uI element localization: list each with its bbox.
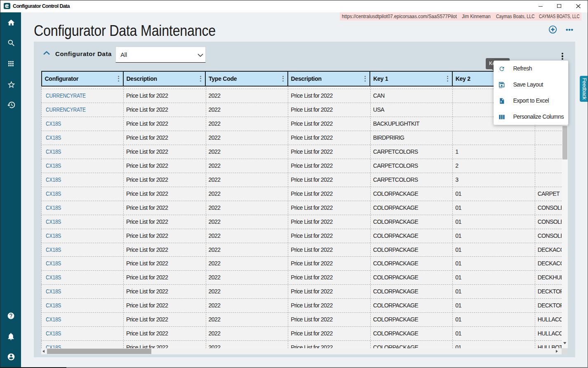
- svg-text:x: x: [500, 100, 502, 103]
